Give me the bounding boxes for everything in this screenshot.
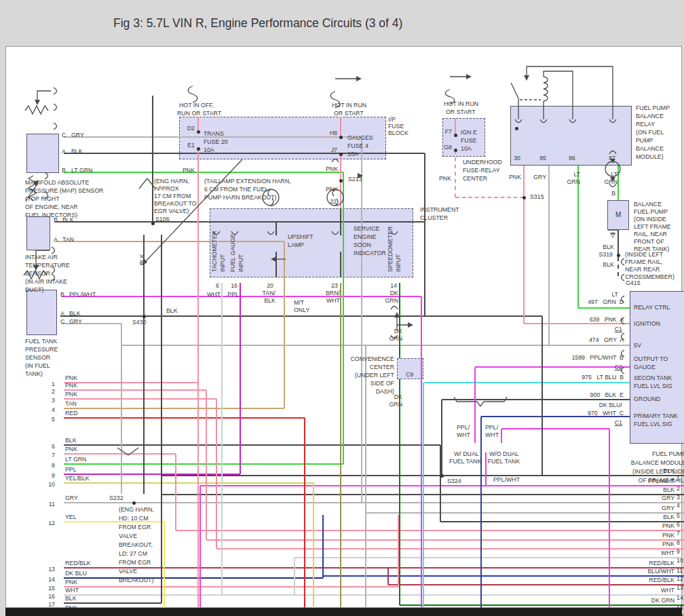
text-label: 639 PNK A [590,317,624,323]
right-wire-number: 11 [677,568,683,574]
text-label: BLK [139,254,145,265]
left-wire-number: 16 [48,594,55,600]
text-label: H8 [330,130,337,136]
text-label: SENSOR [25,271,50,277]
right-wire-label: WHT [661,588,674,594]
wire-segment [64,521,164,522]
text-label: PNK [326,187,338,193]
text-label: PPL/WHT [493,477,520,483]
text-label: GRY [69,319,82,325]
wire-segment [64,502,684,503]
splice-dot [454,149,457,152]
text-label: 85 [539,155,546,161]
text-label: DK BLU/ [599,402,622,408]
text-label: S324 [447,478,461,484]
text-label: ENGINE [354,234,377,240]
text-label: WHT [326,298,340,304]
text-label: 900 BLK E [590,392,624,398]
wire-segment [524,323,630,324]
right-wire-label: GRY [662,505,674,512]
right-wire-label: GRY [662,495,674,501]
text-label: RELAY CTRL [634,305,670,311]
wire-segment [340,222,341,235]
right-wire-label: BLU/WHT [647,569,674,575]
wire-segment [480,417,482,616]
wire-segment [455,150,456,197]
text-label: B [54,217,58,223]
text-label: INPUT [220,254,226,272]
text-label: INTAKE AIR [25,254,58,261]
iat-sensor-box [26,216,50,250]
text-label: M/T [294,300,304,306]
splice-dot [142,315,146,318]
left-wire-label: RED [65,410,78,417]
right-wire-number: 9 [677,549,680,555]
text-label: TANK) [25,371,43,377]
wire-segment [340,117,341,137]
text-label: LT GRN [71,168,92,174]
wire-segment [284,242,285,408]
splice-dot [339,153,343,156]
wire-segment [64,474,240,475]
wire-segment [276,222,277,235]
text-label: APPROX [154,186,179,192]
wire-segment [240,283,241,474]
text-label: G8 [444,145,452,151]
wire-segment [294,558,295,595]
wire-segment [143,235,145,494]
text-label: GRN [389,336,402,342]
wire-segment [176,530,684,531]
text-label: 1589 PPL/WHT B [571,355,624,361]
text-label: E1 [187,142,195,149]
text-label: GRY [71,132,84,138]
right-wire-label: BLK [663,468,674,474]
text-label: BLK [166,308,178,314]
text-label: BREAKOUT) [119,577,153,583]
left-wire-number: 1 [52,381,55,387]
right-wire-number: 1 [677,476,680,482]
text-label: 975 LT BLU B [582,374,624,381]
text-label: TAN/ [263,290,276,296]
text-label: BLK [62,217,74,223]
text-label: RAIL, NEAR [634,231,667,237]
wire-segment [501,428,609,429]
text-label: (UNDER LEFT [355,372,394,379]
text-label: A [611,231,615,237]
left-wire-number: 9 [52,473,55,479]
wire-segment [501,429,502,443]
text-label: 86 [569,155,575,161]
text-label: B [62,168,66,174]
wire-segment [340,283,341,615]
wire-segment [164,522,165,616]
wire-segment [55,241,284,242]
wire-segment [400,604,684,606]
text-label: DK [394,328,402,334]
wire-segment [343,172,344,464]
wire-segment [216,548,684,550]
map-resistor-icon [25,91,51,114]
left-wire-number: 11 [49,501,55,507]
right-wire-number: 8 [677,540,680,546]
wire-segment [64,172,343,173]
text-label: LD: 27 CM [119,551,147,557]
text-label: RELAY [636,121,655,128]
wiring-diagram-page: Fig 3: 5.7L VIN R, Engine Performance Ci… [0,0,684,616]
text-label: 6 [216,283,219,289]
wire-segment [618,230,619,255]
text-label: (INSIDE LEFT [625,252,663,258]
wire-segment [276,283,277,616]
text-label: (INSIDE LEFT SIDE [632,469,684,475]
text-label: 20 [267,283,273,289]
text-label: PPL/WHT [69,292,96,298]
text-label: PRESSURE [25,347,58,353]
left-wire-label: PNK [65,383,77,389]
wire-segment [64,398,216,400]
text-label: RUN OR START [177,111,221,117]
left-wire-label: YEL/BLK [65,476,90,482]
left-wire-label: RED/BLK [65,560,91,566]
ftp-sensor-box [26,290,57,335]
text-label: (TAILLAMP EXTENSION HARN, [204,178,291,185]
wire-segment [197,149,199,613]
right-wire-number: 5 [677,513,680,519]
text-label: FROM EGR [119,524,151,531]
